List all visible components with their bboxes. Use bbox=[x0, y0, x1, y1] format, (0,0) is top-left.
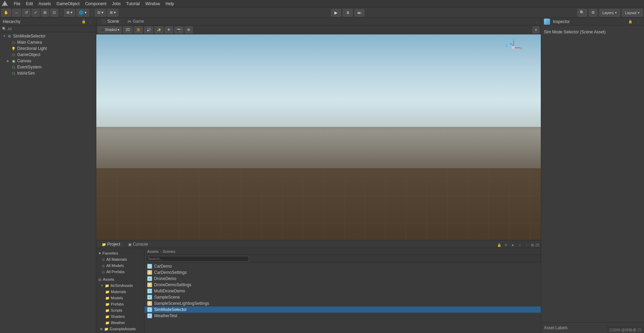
settings-file-icon2 bbox=[147, 282, 152, 287]
proj-all-prefabs[interactable]: ◎ All Prefabs bbox=[96, 269, 144, 275]
menu-tutorial[interactable]: Tutorial bbox=[124, 1, 143, 7]
example-label: ExampleAssets bbox=[110, 327, 136, 331]
canvas-icon: ▣ bbox=[11, 58, 16, 63]
scene-file-icon5 bbox=[147, 307, 152, 312]
asset-item-samplescene[interactable]: SampleScene bbox=[144, 294, 541, 300]
asset-item-samplescenelighting[interactable]: SampleSceneLightingSettings bbox=[144, 300, 541, 307]
asset-item-weathertest[interactable]: WeatherTest bbox=[144, 313, 541, 319]
menu-file[interactable]: File bbox=[11, 1, 23, 7]
asset-item-cardemosettings[interactable]: CarDemoSettings bbox=[144, 269, 541, 276]
gizmo-settings-btn[interactable]: ⚙ bbox=[185, 26, 193, 33]
hierarchy-panel: Hierarchy 🔒 ⋮ 🔍 All ▼ ⚙ SimModeSelector … bbox=[0, 18, 96, 333]
inspector-more-btn[interactable]: ⋮ bbox=[636, 19, 641, 24]
toolbar-rect-tool[interactable]: ⊞ bbox=[41, 9, 49, 17]
hidden-objects-btn[interactable]: 👁 bbox=[165, 26, 173, 33]
proj-prefabs[interactable]: 📁 Prefabs bbox=[96, 301, 144, 307]
toolbar-snap-btn[interactable]: ⊟▾ bbox=[95, 9, 106, 17]
proj-airsim-assets[interactable]: ▼ 📁 AirSimAssets bbox=[96, 282, 144, 289]
project-refresh-btn[interactable]: ⟳ bbox=[503, 242, 509, 248]
project-tab-label: Project bbox=[107, 242, 120, 247]
toolbar-scale-tool[interactable]: ⤢ bbox=[32, 9, 40, 17]
proj-models[interactable]: 📁 Models bbox=[96, 295, 144, 301]
scene-view-more-btn[interactable]: ⋮ bbox=[534, 20, 539, 25]
shading-icon: ⬛ bbox=[100, 28, 104, 32]
lighting-btn[interactable]: 🔆 bbox=[134, 26, 143, 33]
proj-materials[interactable]: 📁 Materials bbox=[96, 289, 144, 295]
hierarchy-item-eventsystem[interactable]: ⬡ EventSystem bbox=[0, 64, 96, 70]
pause-icon: ⏸ bbox=[346, 10, 350, 15]
toolbar-transform-tool[interactable]: ⊡ bbox=[50, 9, 58, 17]
toolbar-settings-btn[interactable]: ⚙ bbox=[589, 9, 597, 17]
breadcrumb-assets[interactable]: Assets bbox=[147, 249, 159, 254]
hierarchy-item-gameobject[interactable]: ⬡ GameObject bbox=[0, 52, 96, 58]
layers-dropdown[interactable]: Layers ▾ bbox=[599, 9, 620, 17]
toolbar-grid-btn[interactable]: ⊞▾ bbox=[107, 9, 118, 17]
transform-icon: ⊡ bbox=[53, 10, 56, 15]
2d-btn[interactable]: 2D bbox=[123, 26, 132, 33]
project-more-btn[interactable]: ⋮ bbox=[524, 242, 529, 248]
asset-search-input[interactable] bbox=[146, 256, 249, 261]
tab-game[interactable]: 🎮 Game bbox=[123, 18, 148, 25]
bottom-panel: 📁 Project ▣ Console 🔒 ⟳ ★ ☆ ⋮ ⊞ 25 bbox=[96, 240, 541, 333]
toolbar-pivot-btn[interactable]: ⊕▾ bbox=[64, 9, 75, 17]
tab-project[interactable]: 📁 Project bbox=[98, 241, 124, 248]
step-button[interactable]: ⏭ bbox=[355, 9, 364, 17]
asset-item-dronedemo[interactable]: DroneDemo bbox=[144, 276, 541, 282]
inspector-lock-btn[interactable]: 🔒 bbox=[627, 19, 633, 24]
assets-header[interactable]: ◎ Assets bbox=[96, 276, 144, 282]
toolbar-move-tool[interactable]: ↔ bbox=[12, 9, 21, 17]
menu-assets[interactable]: Assets bbox=[36, 1, 54, 7]
layout-dropdown[interactable]: Layout ▾ bbox=[622, 9, 643, 17]
menu-jobs[interactable]: Jobs bbox=[109, 1, 123, 7]
hierarchy-more-btn[interactable]: ⋮ bbox=[88, 19, 93, 24]
hierarchy-search-bar: 🔍 All bbox=[0, 25, 96, 32]
project-starred-btn[interactable]: ☆ bbox=[517, 242, 523, 248]
camera-settings-btn[interactable]: 📷 bbox=[174, 26, 183, 33]
pause-button[interactable]: ⏸ bbox=[343, 9, 353, 17]
proj-all-models[interactable]: ◎ All Models bbox=[96, 262, 144, 269]
hierarchy-item-maincamera[interactable]: 🎥 Main Camera bbox=[0, 39, 96, 45]
models-folder-icon: 📁 bbox=[105, 296, 109, 300]
menu-gameobject[interactable]: GameObject bbox=[54, 1, 82, 7]
menu-help[interactable]: Help bbox=[163, 1, 177, 7]
toolbar-global-btn[interactable]: 🌐▾ bbox=[76, 9, 89, 17]
game-tab-label: Game bbox=[133, 19, 144, 24]
proj-all-materials[interactable]: ◎ All Materials bbox=[96, 256, 144, 262]
tab-scene[interactable]: ⬛ Scene bbox=[98, 18, 123, 25]
toolbar-rotate-tool[interactable]: ↺ bbox=[22, 9, 30, 17]
asset-item-cardemo[interactable]: CarDemo bbox=[144, 263, 541, 269]
hierarchy-item-directionallight[interactable]: 💡 Directional Light bbox=[0, 45, 96, 52]
project-lock-btn[interactable]: 🔒 bbox=[496, 242, 502, 248]
asset-item-simmodeselector[interactable]: SimModeSelector bbox=[144, 307, 541, 313]
project-star-btn[interactable]: ★ bbox=[510, 242, 516, 248]
toolbar-hand-tool[interactable]: ✋ bbox=[1, 9, 11, 17]
proj-shaders[interactable]: 📁 Shaders bbox=[96, 313, 144, 320]
menu-edit[interactable]: Edit bbox=[23, 1, 36, 7]
toolbar-search-btn[interactable]: 🔍 bbox=[577, 9, 587, 17]
weather-label: Weather bbox=[111, 321, 125, 325]
shading-dropdown[interactable]: ⬛ Shaded ▾ bbox=[98, 26, 122, 33]
effects-btn[interactable]: ✨ bbox=[154, 26, 163, 33]
proj-scripts[interactable]: 📁 Scripts bbox=[96, 307, 144, 313]
settings-file-icon3 bbox=[147, 301, 152, 306]
hierarchy-lock-btn[interactable]: 🔒 bbox=[81, 19, 86, 24]
menu-window[interactable]: Window bbox=[142, 1, 163, 7]
proj-example-assets[interactable]: ▶ 📁 ExampleAssets bbox=[96, 326, 144, 332]
hierarchy-item-simmodeselector[interactable]: ▼ ⚙ SimModeSelector bbox=[0, 33, 96, 39]
grid-icon: ⊞ bbox=[110, 10, 113, 15]
shaders-folder-icon: 📁 bbox=[105, 315, 109, 319]
play-button[interactable]: ▶ bbox=[331, 9, 341, 17]
menu-component[interactable]: Component bbox=[82, 1, 109, 7]
proj-weather[interactable]: 📁 Weather bbox=[96, 320, 144, 326]
breadcrumb-scenes[interactable]: Scenes bbox=[163, 249, 175, 254]
scene-viewport[interactable]: 👁 ✛ ↺ ⤢ ▭ ⊞ ⊟ bbox=[96, 34, 541, 240]
asset-item-dronedemosettings[interactable]: DroneDemoSettings bbox=[144, 282, 541, 288]
asset-item-multidronedemo[interactable]: MultiDroneDemo bbox=[144, 288, 541, 294]
hierarchy-item-initairsim[interactable]: ⬡ InitAirSim bbox=[0, 70, 96, 76]
dronedemo-label: DroneDemo bbox=[154, 276, 176, 281]
hierarchy-item-canvas[interactable]: ▶ ▣ Canvas bbox=[0, 58, 96, 64]
tab-console[interactable]: ▣ Console bbox=[124, 241, 152, 248]
scene-view-options-btn[interactable]: ≡ bbox=[533, 26, 539, 33]
audio-btn[interactable]: 🔊 bbox=[144, 26, 153, 33]
favorites-header[interactable]: ★ Favorites bbox=[96, 250, 144, 256]
